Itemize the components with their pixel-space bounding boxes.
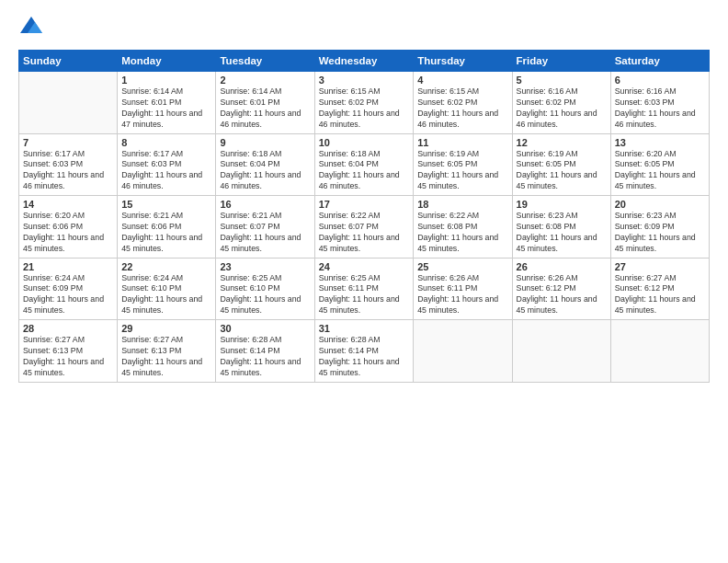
calendar-cell: 19Sunrise: 6:23 AMSunset: 6:08 PMDayligh… [512,196,610,259]
calendar-cell: 21Sunrise: 6:24 AMSunset: 6:09 PMDayligh… [19,258,118,320]
day-info: Sunrise: 6:23 AMSunset: 6:08 PMDaylight:… [517,211,607,255]
day-info: Sunrise: 6:18 AMSunset: 6:04 PMDaylight:… [319,149,410,193]
day-number: 23 [220,261,310,272]
calendar-cell: 22Sunrise: 6:24 AMSunset: 6:10 PMDayligh… [118,258,216,320]
calendar-cell: 2Sunrise: 6:14 AMSunset: 6:01 PMDaylight… [216,72,314,134]
day-number: 10 [319,137,410,148]
weekday-header: Wednesday [314,51,414,72]
calendar-cell: 11Sunrise: 6:19 AMSunset: 6:05 PMDayligh… [414,133,512,196]
calendar-cell [414,320,512,383]
day-number: 29 [121,323,211,334]
calendar-cell: 31Sunrise: 6:28 AMSunset: 6:14 PMDayligh… [314,320,414,383]
calendar-cell [512,320,610,383]
day-info: Sunrise: 6:27 AMSunset: 6:13 PMDaylight:… [121,335,211,379]
calendar-cell: 16Sunrise: 6:21 AMSunset: 6:07 PMDayligh… [216,196,314,259]
calendar: SundayMondayTuesdayWednesdayThursdayFrid… [18,50,710,383]
day-number: 19 [517,199,607,210]
day-number: 28 [23,323,113,334]
day-number: 24 [319,261,410,272]
calendar-cell: 6Sunrise: 6:16 AMSunset: 6:03 PMDaylight… [610,72,709,134]
logo-icon [18,15,44,40]
calendar-cell [19,72,118,134]
day-number: 31 [319,323,410,334]
day-number: 17 [319,199,410,210]
calendar-cell: 14Sunrise: 6:20 AMSunset: 6:06 PMDayligh… [19,196,118,259]
calendar-cell: 13Sunrise: 6:20 AMSunset: 6:05 PMDayligh… [610,133,709,196]
day-info: Sunrise: 6:19 AMSunset: 6:05 PMDaylight:… [417,149,507,193]
day-number: 2 [220,75,310,86]
calendar-cell: 28Sunrise: 6:27 AMSunset: 6:13 PMDayligh… [19,320,118,383]
calendar-cell: 20Sunrise: 6:23 AMSunset: 6:09 PMDayligh… [610,196,709,259]
day-info: Sunrise: 6:16 AMSunset: 6:03 PMDaylight:… [615,86,705,131]
day-number: 8 [121,137,211,148]
calendar-cell: 29Sunrise: 6:27 AMSunset: 6:13 PMDayligh… [118,320,216,383]
weekday-header: Sunday [19,51,118,72]
day-number: 4 [417,75,507,86]
day-info: Sunrise: 6:25 AMSunset: 6:11 PMDaylight:… [319,273,410,317]
day-number: 22 [121,261,211,272]
day-number: 12 [517,137,607,148]
day-number: 27 [615,261,705,272]
day-info: Sunrise: 6:24 AMSunset: 6:10 PMDaylight:… [121,273,211,317]
day-info: Sunrise: 6:19 AMSunset: 6:05 PMDaylight:… [517,149,607,193]
calendar-cell: 8Sunrise: 6:17 AMSunset: 6:03 PMDaylight… [118,133,216,196]
header [18,15,710,40]
day-number: 3 [319,75,410,86]
day-info: Sunrise: 6:20 AMSunset: 6:06 PMDaylight:… [23,211,113,255]
calendar-cell: 3Sunrise: 6:15 AMSunset: 6:02 PMDaylight… [314,72,414,134]
day-number: 16 [220,199,310,210]
calendar-cell [610,320,709,383]
calendar-cell: 25Sunrise: 6:26 AMSunset: 6:11 PMDayligh… [414,258,512,320]
calendar-cell: 24Sunrise: 6:25 AMSunset: 6:11 PMDayligh… [314,258,414,320]
day-number: 1 [121,75,211,86]
day-info: Sunrise: 6:16 AMSunset: 6:02 PMDaylight:… [517,86,607,131]
day-info: Sunrise: 6:28 AMSunset: 6:14 PMDaylight:… [319,335,410,379]
day-info: Sunrise: 6:14 AMSunset: 6:01 PMDaylight:… [121,86,211,131]
day-number: 9 [220,137,310,148]
logo [18,15,48,40]
calendar-cell: 18Sunrise: 6:22 AMSunset: 6:08 PMDayligh… [414,196,512,259]
calendar-cell: 9Sunrise: 6:18 AMSunset: 6:04 PMDaylight… [216,133,314,196]
day-info: Sunrise: 6:20 AMSunset: 6:05 PMDaylight:… [615,149,705,193]
page: SundayMondayTuesdayWednesdayThursdayFrid… [0,0,728,563]
day-info: Sunrise: 6:28 AMSunset: 6:14 PMDaylight:… [220,335,310,379]
day-number: 5 [517,75,607,86]
day-info: Sunrise: 6:27 AMSunset: 6:12 PMDaylight:… [615,273,705,317]
day-number: 18 [417,199,507,210]
weekday-header: Saturday [610,51,709,72]
day-info: Sunrise: 6:26 AMSunset: 6:11 PMDaylight:… [417,273,507,317]
day-info: Sunrise: 6:21 AMSunset: 6:07 PMDaylight:… [220,211,310,255]
day-number: 30 [220,323,310,334]
calendar-cell: 10Sunrise: 6:18 AMSunset: 6:04 PMDayligh… [314,133,414,196]
day-number: 21 [23,261,113,272]
day-number: 14 [23,199,113,210]
day-number: 11 [417,137,507,148]
calendar-cell: 30Sunrise: 6:28 AMSunset: 6:14 PMDayligh… [216,320,314,383]
calendar-cell: 23Sunrise: 6:25 AMSunset: 6:10 PMDayligh… [216,258,314,320]
day-info: Sunrise: 6:18 AMSunset: 6:04 PMDaylight:… [220,149,310,193]
day-number: 7 [23,137,113,148]
day-number: 26 [517,261,607,272]
day-info: Sunrise: 6:23 AMSunset: 6:09 PMDaylight:… [615,211,705,255]
day-info: Sunrise: 6:24 AMSunset: 6:09 PMDaylight:… [23,273,113,317]
weekday-header: Monday [118,51,216,72]
day-number: 15 [121,199,211,210]
day-info: Sunrise: 6:15 AMSunset: 6:02 PMDaylight:… [319,86,410,131]
day-info: Sunrise: 6:17 AMSunset: 6:03 PMDaylight:… [121,149,211,193]
day-info: Sunrise: 6:21 AMSunset: 6:06 PMDaylight:… [121,211,211,255]
calendar-cell: 26Sunrise: 6:26 AMSunset: 6:12 PMDayligh… [512,258,610,320]
weekday-header: Friday [512,51,610,72]
day-info: Sunrise: 6:25 AMSunset: 6:10 PMDaylight:… [220,273,310,317]
calendar-cell: 27Sunrise: 6:27 AMSunset: 6:12 PMDayligh… [610,258,709,320]
day-info: Sunrise: 6:27 AMSunset: 6:13 PMDaylight:… [23,335,113,379]
day-info: Sunrise: 6:22 AMSunset: 6:07 PMDaylight:… [319,211,410,255]
calendar-cell: 12Sunrise: 6:19 AMSunset: 6:05 PMDayligh… [512,133,610,196]
calendar-cell: 4Sunrise: 6:15 AMSunset: 6:02 PMDaylight… [414,72,512,134]
weekday-header: Tuesday [216,51,314,72]
calendar-cell: 5Sunrise: 6:16 AMSunset: 6:02 PMDaylight… [512,72,610,134]
calendar-cell: 15Sunrise: 6:21 AMSunset: 6:06 PMDayligh… [118,196,216,259]
weekday-header: Thursday [414,51,512,72]
day-number: 25 [417,261,507,272]
day-info: Sunrise: 6:26 AMSunset: 6:12 PMDaylight:… [517,273,607,317]
day-info: Sunrise: 6:15 AMSunset: 6:02 PMDaylight:… [417,86,507,131]
